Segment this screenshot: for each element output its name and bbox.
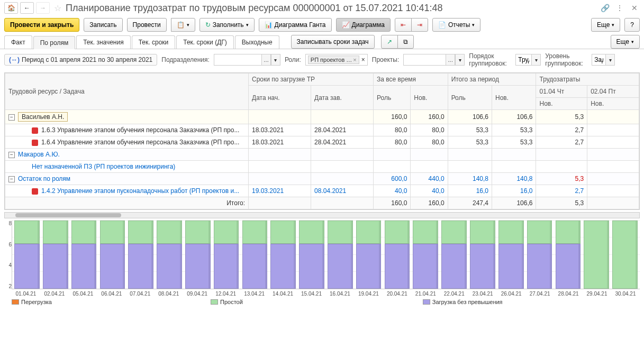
grid-cell[interactable] [587,149,639,161]
grid-cell[interactable]: 247,4 [448,197,492,209]
col-load-dates[interactable]: Сроки по загрузке ТР [249,74,374,86]
grid-cell[interactable] [249,149,311,161]
col-p-new[interactable]: Нов. [492,86,536,110]
grid-cell[interactable]: 5,3 [536,197,587,209]
col-p-role[interactable]: Роль [448,86,492,110]
grid-cell[interactable] [249,197,311,209]
collapse-icon[interactable]: − [8,152,15,158]
grid-cell[interactable]: 160,0 [374,197,411,209]
col-end[interactable]: Дата зав. [311,86,374,110]
tab-current-dates[interactable]: Тек. сроки [132,35,176,49]
write-task-dates-button[interactable]: Записывать сроки задач [291,35,375,49]
task-name-cell[interactable]: 1.6.3 Управление этапом обучения персона… [5,124,249,136]
grid-cell[interactable] [411,149,448,161]
grid-cell[interactable] [374,149,411,161]
grid-cell[interactable]: 80,0 [374,124,411,136]
col-day1[interactable]: 01.04 Чт [536,86,587,98]
col-day2[interactable]: 02.04 Пт [587,86,639,98]
grid-cell[interactable] [311,110,374,124]
grid-cell[interactable] [587,185,639,197]
grid-cell[interactable]: 160,0 [374,110,411,124]
grid-cell[interactable]: 28.04.2021 [311,136,374,149]
grid-cell[interactable] [448,149,492,161]
grid-cell[interactable]: 16,0 [492,185,536,197]
role-tag-remove[interactable]: × [353,57,356,63]
dept-lookup-button[interactable]: … [261,54,271,66]
tab-by-roles[interactable]: По ролям [33,36,75,49]
group-level-input[interactable] [592,54,605,66]
grid-cell[interactable] [374,161,411,173]
task-name-cell[interactable]: Нет назначенной ПЗ (РП проектов инжинири… [5,161,249,173]
grid-cell[interactable]: 53,3 [448,136,492,149]
group-order-input[interactable] [515,54,531,66]
grid-cell[interactable]: 160,0 [411,110,448,124]
grid-cell[interactable]: 18.03.2021 [249,136,311,149]
grid-cell[interactable] [587,136,639,149]
forward-button[interactable]: → [36,2,50,14]
grid-cell[interactable] [311,161,374,173]
home-button[interactable]: 🏠 [4,2,18,14]
grid-cell[interactable]: 106,6 [492,110,536,124]
grid-cell[interactable] [587,161,639,173]
grid-cell[interactable] [587,197,639,209]
roles-input[interactable]: РП проектов …× × [305,54,368,66]
grid-cell[interactable]: 28.04.2021 [311,124,374,136]
more-button-1[interactable]: Еще ▾ [591,18,620,32]
col-start[interactable]: Дата нач. [249,86,311,110]
dept-dropdown-button[interactable]: ▾ [271,54,280,66]
gantt-button[interactable]: 📊 Диаграмма Ганта [259,18,332,32]
more-menu-icon[interactable]: ⋮ [614,3,625,13]
task-name-cell[interactable]: 1.6.4 Управление этапом обучения персона… [5,136,249,149]
save-button[interactable]: Записать [84,18,122,32]
indent-right-button[interactable]: ⇥ [411,18,428,32]
grid-cell[interactable] [492,149,536,161]
task-name-cell[interactable]: 1.4.2 Управление этапом пусконаладочных … [5,185,249,197]
projects-input[interactable] [403,54,446,66]
link-icon[interactable]: 🔗 [600,3,610,13]
post-button[interactable]: Провести [127,18,167,32]
col-day2-new[interactable]: Нов. [587,98,639,110]
grid-cell[interactable]: 16,0 [448,185,492,197]
grid-cell[interactable]: 106,6 [492,197,536,209]
copy-button[interactable]: ⧉ [397,35,414,49]
period-selector[interactable]: (↔) Период с 01 апреля 2021 по 30 апреля… [4,54,157,66]
grid-cell[interactable]: 140,8 [448,173,492,185]
grid-cell[interactable]: 440,0 [411,173,448,185]
grid-cell[interactable]: 2,7 [536,124,587,136]
grid-cell[interactable]: 2,7 [536,185,587,197]
group-row[interactable]: −Макаров А.Ю. [5,149,639,161]
task-row[interactable]: 1.6.3 Управление этапом обучения персона… [5,124,639,136]
open-external-button[interactable]: ↗ [381,35,398,49]
grid-cell[interactable]: 53,3 [448,124,492,136]
grid-cell[interactable] [587,110,639,124]
close-icon[interactable]: ✕ [629,3,640,13]
group-name-cell[interactable]: −Остаток по ролям [5,173,249,185]
back-button[interactable]: ← [20,2,34,14]
col-day1-new[interactable]: Нов. [536,98,587,110]
group-order-dropdown[interactable]: ▾ [531,54,541,66]
col-all-new[interactable]: Нов. [411,86,448,110]
task-row[interactable]: 1.6.4 Управление этапом обучения персона… [5,136,639,149]
projects-lookup-button[interactable]: … [446,54,455,66]
grid-cell[interactable]: 08.04.2021 [311,185,374,197]
grid-cell[interactable]: 2,7 [536,136,587,149]
col-resource[interactable]: Трудовой ресурс / Задача [5,74,249,110]
tab-weekends[interactable]: Выходные [235,35,279,49]
group-level-dropdown[interactable]: ▾ [605,54,615,66]
grid-cell[interactable]: 160,0 [411,197,448,209]
grid-cell[interactable] [411,161,448,173]
grid-cell[interactable] [249,173,311,185]
favorite-icon[interactable]: ☆ [54,3,61,13]
grid-cell[interactable] [587,173,639,185]
col-period-total[interactable]: Итого за период [448,74,536,86]
grid-cell[interactable]: 600,0 [374,173,411,185]
col-all-time[interactable]: За все время [374,74,448,86]
grid-cell[interactable] [311,173,374,185]
grid-cell[interactable]: 5,3 [536,110,587,124]
grid-cell[interactable] [536,149,587,161]
grid-cell[interactable]: 53,3 [492,124,536,136]
roles-clear[interactable]: × [361,56,365,63]
grid-cell[interactable]: 80,0 [411,136,448,149]
grid-cell[interactable] [536,161,587,173]
grid-cell[interactable] [448,161,492,173]
